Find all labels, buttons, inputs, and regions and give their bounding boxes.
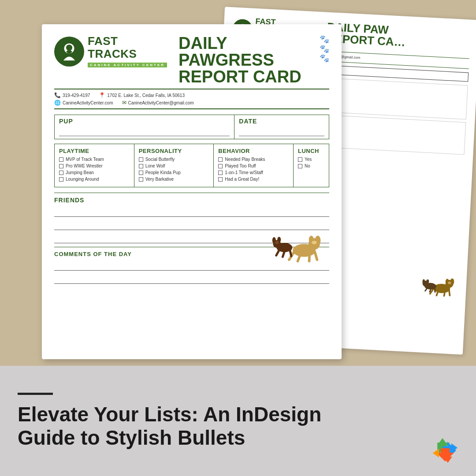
svg-point-36 [275, 241, 279, 244]
personality-title: PERSONALITY [139, 148, 209, 154]
lunch-list: Yes No [298, 157, 324, 168]
svg-line-35 [290, 250, 291, 257]
behavior-item-4: Had a Great Day! [218, 177, 289, 182]
behavior-item-1: Needed Play Breaks [218, 157, 289, 162]
email-icon: ✉ [122, 100, 126, 106]
paw-icon3: 🐾 [320, 54, 329, 63]
checkbox [218, 157, 223, 162]
date-line [239, 126, 324, 136]
friend-line-1 [54, 206, 329, 217]
playtime-item-4: Lounging Around [59, 177, 130, 182]
checkbox [298, 157, 302, 162]
pup-line [59, 126, 230, 136]
paw-decoration: 🐾 🐾 🐾 [320, 35, 329, 63]
lunch-item-no: No [298, 164, 324, 168]
playtime-title: PLAYTIME [59, 148, 130, 154]
globe-icon: 🌐 [54, 100, 61, 106]
svg-line-9 [449, 290, 450, 296]
playtime-item-3: Jumping Bean [59, 170, 130, 175]
personality-item-4: Very Barkative [139, 177, 209, 182]
checkbox [218, 177, 223, 182]
paw-icon1: 🐾 [320, 35, 329, 45]
svg-point-28 [312, 241, 316, 244]
svg-point-19 [66, 45, 72, 51]
logo-area: FASTTRACKS CANINE ACTIVITY CENTER [54, 35, 167, 68]
checkbox [139, 164, 143, 168]
contact-row1: 📞 319-429-4197 📍 1702 E. Lake St., Cedar… [54, 92, 329, 98]
date-box: DATE [234, 115, 329, 139]
brand-text: FASTTRACKS CANINE ACTIVITY CENTER [88, 35, 167, 68]
lunch-title: LUNCH [298, 148, 324, 154]
checkbox [139, 157, 143, 162]
contact-row2: 🌐 CanineActivityCenter.com ✉ CanineActiv… [54, 100, 329, 106]
behavior-item-2: Played Too Ruff [218, 164, 289, 168]
date-label: DATE [239, 118, 324, 125]
bottom-bar [18, 393, 53, 395]
brand-subtitle: CANINE ACTIVITY CENTER [88, 63, 167, 67]
email-contact: ✉ CanineActivityCenter@gmail.com [122, 100, 194, 106]
checkbox [139, 177, 143, 182]
phone-icon: 📞 [54, 92, 61, 98]
friends-title: FRIENDS [54, 193, 329, 204]
playtime-item-1: MVP of Track Team [59, 157, 130, 162]
personality-item-1: Social Butterfly [139, 157, 209, 162]
website-contact: 🌐 CanineActivityCenter.com [54, 100, 113, 106]
checkbox [59, 164, 63, 168]
personality-list: Social Butterfly Lone Wolf People Kinda … [139, 157, 209, 182]
phone-contact: 📞 319-429-4197 [54, 92, 90, 98]
checkbox [218, 164, 223, 168]
brand-name: FASTTRACKS [88, 35, 167, 60]
paw-icon2: 🐾 [320, 45, 329, 54]
playtime-list: MVP of Track Team Pro WWE Wrestler Jumpi… [59, 157, 130, 182]
report-title: DAILY PAWGRESS REPORT CARD [178, 35, 320, 85]
personality-item-3: People Kinda Pup [139, 170, 209, 175]
sections-grid: PLAYTIME MVP of Track Team Pro WWE Wrest… [54, 144, 329, 187]
behavior-item-3: 1-on-1 Time w/Staff [218, 170, 289, 175]
dog-illustration-back [421, 264, 463, 302]
pup-box: PUP [55, 115, 234, 139]
behavior-title: BEHAVIOR [218, 148, 289, 154]
svg-line-8 [444, 290, 445, 296]
svg-line-17 [435, 288, 435, 292]
address-contact: 📍 1702 E. Lake St., Cedar Falls, IA 5061… [99, 92, 185, 98]
dog-illustration-front [272, 218, 329, 271]
header-divider [54, 89, 329, 89]
pup-date-row: PUP DATE [54, 115, 329, 139]
card-front: FASTTRACKS CANINE ACTIVITY CENTER DAILY … [42, 24, 342, 359]
svg-line-26 [309, 254, 310, 261]
playtime-section: PLAYTIME MVP of Track Team Pro WWE Wrest… [55, 144, 134, 187]
checkbox [59, 171, 63, 175]
behavior-list: Needed Play Breaks Played Too Ruff 1-on-… [218, 157, 289, 182]
behavior-section: BEHAVIOR Needed Play Breaks Played Too R… [214, 144, 294, 187]
bottom-area: Elevate Your Lists: An InDesign Guide to… [0, 366, 476, 476]
lunch-section: LUNCH Yes No [294, 144, 329, 187]
card-header: FASTTRACKS CANINE ACTIVITY CENTER DAILY … [54, 35, 329, 85]
contact-divider [54, 108, 329, 109]
checkbox [59, 157, 63, 162]
playtime-item-2: Pro WWE Wrestler [59, 164, 130, 168]
svg-marker-43 [433, 449, 439, 457]
checkbox [59, 177, 63, 182]
personality-item-2: Lone Wolf [139, 164, 209, 168]
personality-section: PERSONALITY Social Butterfly Lone Wolf P… [134, 144, 214, 187]
checkbox [218, 171, 223, 175]
checkbox [298, 164, 302, 168]
svg-line-27 [315, 252, 317, 260]
comment-line-2 [54, 273, 329, 284]
pup-label: PUP [59, 118, 230, 125]
indesign-logo [432, 437, 458, 464]
location-icon: 📍 [99, 92, 105, 98]
checkbox [139, 171, 143, 175]
bottom-title: Elevate Your Lists: An InDesign Guide to… [18, 403, 414, 450]
svg-marker-40 [438, 438, 447, 444]
lunch-item-yes: Yes [298, 157, 324, 162]
logo-circle [54, 37, 84, 67]
